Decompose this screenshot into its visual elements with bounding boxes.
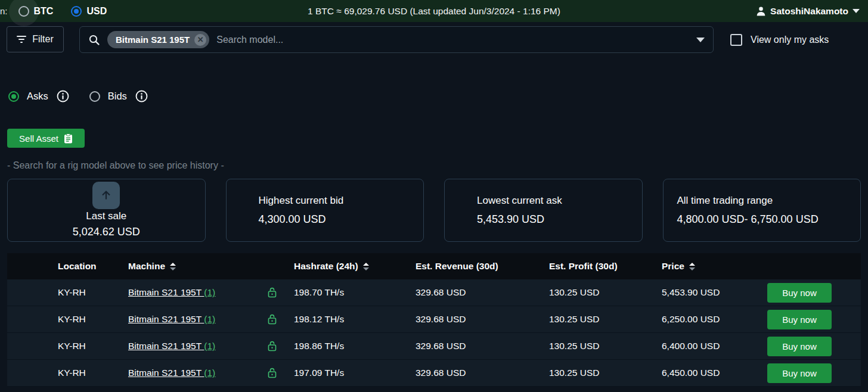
buy-now-button[interactable]: Buy now bbox=[767, 283, 832, 303]
row-price: 6,250.00 USD bbox=[662, 314, 767, 325]
filter-icon bbox=[17, 36, 26, 43]
asks-radio[interactable] bbox=[8, 91, 19, 102]
trading-range-value: 4,800.00 USD- 6,750.00 USD bbox=[677, 213, 861, 226]
last-sale-label: Last sale bbox=[86, 210, 126, 222]
row-price: 6,450.00 USD bbox=[662, 368, 767, 378]
lock-icon bbox=[268, 341, 277, 351]
machine-name: Bitmain S21 195T bbox=[128, 368, 202, 378]
header-hashrate-sort[interactable]: Hashrate (24h) bbox=[294, 261, 416, 272]
filter-button-label: Filter bbox=[32, 34, 54, 45]
row-hashrate: 198.70 TH/s bbox=[294, 287, 416, 298]
machine-count[interactable]: (1) bbox=[204, 287, 215, 297]
highest-bid-value: 4,300.00 USD bbox=[259, 213, 424, 226]
table-row: KY-RH Bitmain S21 195T (1) 198.70 TH/s 3… bbox=[7, 279, 861, 306]
header-location: Location bbox=[7, 261, 128, 272]
buy-now-button[interactable]: Buy now bbox=[767, 363, 832, 383]
header-revenue: Est. Revenue (30d) bbox=[416, 261, 549, 272]
machine-count[interactable]: (1) bbox=[204, 368, 215, 378]
usd-radio-label: USD bbox=[86, 6, 107, 17]
bids-info-icon[interactable] bbox=[135, 90, 148, 102]
last-sale-value: 5,024.62 USD bbox=[73, 226, 140, 238]
machine-link[interactable]: Bitmain S21 195T (1) bbox=[128, 341, 215, 351]
row-profit: 130.25 USD bbox=[549, 341, 662, 351]
toolbar: Filter Bitmain S21 195T ✕ View only my a… bbox=[0, 22, 868, 53]
btc-radio[interactable] bbox=[18, 6, 29, 17]
lock-icon bbox=[268, 287, 277, 298]
row-location: KY-RH bbox=[7, 287, 128, 298]
row-hashrate: 197.09 TH/s bbox=[294, 368, 416, 378]
row-revenue: 329.68 USD bbox=[416, 368, 549, 378]
row-location: KY-RH bbox=[7, 314, 128, 325]
header-machine-sort[interactable]: Machine bbox=[128, 261, 268, 272]
user-icon bbox=[756, 6, 766, 16]
machine-link[interactable]: Bitmain S21 195T (1) bbox=[128, 287, 215, 297]
user-menu[interactable]: SatoshiNakamoto bbox=[756, 6, 860, 17]
row-profit: 130.25 USD bbox=[549, 314, 662, 325]
header-price-sort[interactable]: Price bbox=[662, 261, 767, 272]
machine-link[interactable]: Bitmain S21 195T (1) bbox=[128, 314, 215, 324]
search-icon bbox=[88, 34, 100, 46]
sell-asset-button[interactable]: Sell Asset bbox=[7, 129, 85, 148]
top-bar: n: BTC USD 1 BTC ≈ 69,029.76 USD (Last u… bbox=[0, 0, 868, 22]
table-row: KY-RH Bitmain S21 195T (1) 198.86 TH/s 3… bbox=[7, 333, 861, 360]
search-dropdown-caret-icon[interactable] bbox=[696, 38, 705, 42]
order-type-selector: Asks Bids bbox=[8, 90, 868, 102]
sort-icon bbox=[363, 263, 369, 270]
usd-radio[interactable] bbox=[71, 6, 82, 17]
row-hashrate: 198.12 TH/s bbox=[294, 314, 416, 325]
currency-option-usd[interactable]: USD bbox=[71, 6, 107, 17]
search-chip[interactable]: Bitmain S21 195T ✕ bbox=[107, 31, 209, 48]
machine-link[interactable]: Bitmain S21 195T (1) bbox=[128, 368, 215, 378]
chip-close-icon[interactable]: ✕ bbox=[194, 34, 206, 46]
sell-asset-label: Sell Asset bbox=[19, 133, 58, 144]
row-price: 5,453.90 USD bbox=[662, 287, 767, 298]
clipboard-icon bbox=[64, 133, 73, 144]
asks-info-icon[interactable] bbox=[57, 90, 69, 102]
machine-count[interactable]: (1) bbox=[204, 314, 215, 324]
trading-range-card: All time trading range 4,800.00 USD- 6,7… bbox=[663, 179, 861, 242]
bids-radio-label: Bids bbox=[108, 91, 127, 102]
lowest-ask-value: 5,453.90 USD bbox=[477, 213, 642, 226]
user-menu-caret-icon bbox=[852, 9, 860, 13]
search-chip-label: Bitmain S21 195T bbox=[116, 35, 190, 45]
row-revenue: 329.68 USD bbox=[416, 314, 549, 325]
sort-icon bbox=[689, 263, 695, 270]
machine-count[interactable]: (1) bbox=[204, 341, 215, 351]
search-bar[interactable]: Bitmain S21 195T ✕ bbox=[79, 26, 714, 53]
row-price: 6,400.00 USD bbox=[662, 341, 767, 351]
stat-cards: Last sale 5,024.62 USD Highest current b… bbox=[7, 179, 861, 242]
machine-name: Bitmain S21 195T bbox=[128, 314, 202, 324]
last-sale-card: Last sale 5,024.62 USD bbox=[7, 179, 206, 242]
header-machine-label: Machine bbox=[128, 261, 165, 272]
row-revenue: 329.68 USD bbox=[416, 287, 549, 298]
currency-label-cut: n: bbox=[0, 6, 8, 16]
search-input[interactable] bbox=[216, 35, 689, 45]
asks-radio-label: Asks bbox=[27, 91, 48, 102]
table-row: KY-RH Bitmain S21 195T (1) 198.12 TH/s 3… bbox=[7, 306, 861, 333]
row-revenue: 329.68 USD bbox=[416, 341, 549, 351]
table-header-row: Location Machine Hashrate (24h) Est. Rev… bbox=[7, 253, 861, 279]
table-row: KY-RH Bitmain S21 195T (1) 197.09 TH/s 3… bbox=[7, 360, 861, 387]
row-profit: 130.25 USD bbox=[549, 287, 662, 298]
row-location: KY-RH bbox=[7, 341, 128, 351]
sort-icon bbox=[170, 263, 176, 270]
buy-now-button[interactable]: Buy now bbox=[767, 337, 832, 356]
bids-radio-option[interactable]: Bids bbox=[89, 91, 127, 102]
trading-range-label: All time trading range bbox=[677, 195, 861, 207]
header-hashrate-label: Hashrate (24h) bbox=[294, 261, 358, 272]
lowest-ask-label: Lowest current ask bbox=[477, 195, 642, 207]
currency-option-btc[interactable]: BTC bbox=[18, 6, 54, 17]
asks-radio-option[interactable]: Asks bbox=[8, 91, 48, 102]
view-only-my-asks-checkbox[interactable] bbox=[730, 34, 742, 46]
price-history-hint: - Search for a rig model above to see pr… bbox=[7, 160, 868, 171]
buy-now-button[interactable]: Buy now bbox=[767, 310, 832, 329]
filter-button[interactable]: Filter bbox=[7, 26, 64, 52]
highest-bid-card: Highest current bid 4,300.00 USD bbox=[226, 179, 424, 242]
bids-radio[interactable] bbox=[89, 91, 100, 102]
user-name: SatoshiNakamoto bbox=[770, 6, 848, 17]
lowest-ask-card: Lowest current ask 5,453.90 USD bbox=[444, 179, 643, 242]
view-only-my-asks-label: View only my asks bbox=[751, 35, 829, 45]
row-hashrate: 198.86 TH/s bbox=[294, 341, 416, 351]
lock-icon bbox=[268, 368, 277, 378]
arrow-up-icon[interactable] bbox=[92, 182, 120, 209]
